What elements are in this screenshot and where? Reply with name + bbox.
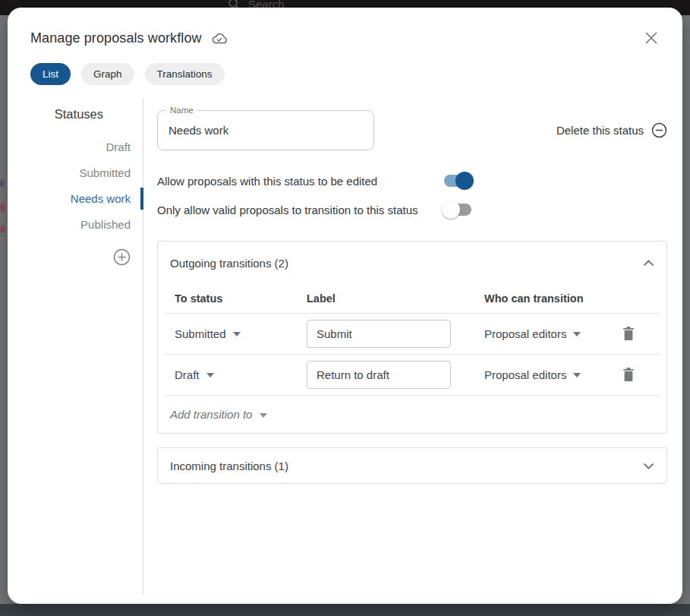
to-status-value: Draft bbox=[175, 368, 200, 381]
sidebar-item-submitted[interactable]: Submitted bbox=[79, 166, 131, 181]
add-transition-row: Add transition to bbox=[158, 396, 666, 433]
caret-down-icon bbox=[573, 373, 581, 377]
incoming-transitions-title: Incoming transitions (1) bbox=[170, 460, 288, 472]
delete-status-button[interactable]: Delete this status bbox=[556, 122, 667, 138]
tab-graph[interactable]: Graph bbox=[81, 63, 134, 85]
chevron-up-icon bbox=[643, 259, 654, 267]
outgoing-transitions-panel: Outgoing transitions (2) To status Label… bbox=[157, 241, 667, 434]
delete-transition-button[interactable] bbox=[621, 366, 636, 384]
status-detail-pane: Name Delete this status Allow proposals … bbox=[143, 99, 682, 595]
add-status-button[interactable] bbox=[113, 248, 131, 266]
dialog-title: Manage proposals workflow bbox=[30, 30, 202, 46]
who-value: Proposal editors bbox=[484, 368, 566, 381]
plus-circle-icon bbox=[113, 248, 131, 266]
transition-row-submitted: Submitted Proposal editors bbox=[158, 314, 666, 354]
view-tabs: List Graph Translations bbox=[30, 63, 682, 85]
toggle-row-valid-only: Only allow valid proposals to transition… bbox=[157, 201, 667, 219]
transitions-table-header: To status Label Who can transition bbox=[158, 284, 666, 313]
caret-down-icon bbox=[573, 332, 581, 336]
tab-list[interactable]: List bbox=[30, 63, 71, 85]
sidebar-item-draft[interactable]: Draft bbox=[106, 140, 131, 155]
manage-workflow-dialog: Manage proposals workflow List Graph Tra… bbox=[8, 8, 682, 604]
name-input[interactable] bbox=[158, 111, 373, 150]
col-label: Label bbox=[307, 292, 484, 305]
outgoing-transitions-header[interactable]: Outgoing transitions (2) bbox=[158, 242, 666, 284]
to-status-dropdown[interactable]: Draft bbox=[175, 368, 214, 381]
close-icon bbox=[644, 31, 658, 45]
background-artifact bbox=[0, 225, 5, 233]
incoming-transitions-panel: Incoming transitions (1) bbox=[157, 447, 667, 484]
sidebar-item-published[interactable]: Published bbox=[80, 217, 131, 232]
incoming-transitions-header[interactable]: Incoming transitions (1) bbox=[158, 448, 666, 483]
add-transition-dropdown[interactable]: Add transition to bbox=[170, 408, 267, 421]
toggle-valid-only-label: Only allow valid proposals to transition… bbox=[157, 204, 444, 216]
toggle-thumb bbox=[455, 172, 474, 190]
caret-down-icon bbox=[260, 413, 267, 418]
toggle-valid-only-switch[interactable] bbox=[444, 204, 471, 216]
toggle-thumb bbox=[442, 201, 460, 219]
dialog-body: Statuses Draft Submitted Needs work Publ… bbox=[8, 99, 682, 595]
col-to-status: To status bbox=[170, 292, 307, 305]
minus-circle-icon bbox=[651, 122, 667, 138]
to-status-dropdown[interactable]: Submitted bbox=[175, 327, 241, 340]
cloud-check-icon bbox=[211, 30, 228, 47]
tab-translations[interactable]: Translations bbox=[145, 63, 225, 85]
transition-label-input[interactable] bbox=[307, 320, 451, 348]
background-bottom-bar bbox=[0, 604, 690, 616]
to-status-value: Submitted bbox=[175, 327, 226, 340]
caret-down-icon bbox=[206, 373, 214, 377]
who-value: Proposal editors bbox=[484, 327, 566, 340]
delete-transition-button[interactable] bbox=[621, 325, 636, 343]
toggle-row-editable: Allow proposals with this status to be e… bbox=[157, 172, 667, 190]
dialog-header: Manage proposals workflow bbox=[8, 8, 682, 47]
background-artifact bbox=[0, 204, 5, 212]
delete-status-label: Delete this status bbox=[556, 124, 644, 137]
caret-down-icon bbox=[233, 332, 241, 336]
toggle-editable-label: Allow proposals with this status to be e… bbox=[157, 175, 444, 188]
add-transition-label: Add transition to bbox=[170, 408, 252, 421]
sidebar-item-needs-work[interactable]: Needs work bbox=[71, 191, 131, 207]
transition-row-draft: Draft Proposal editors bbox=[158, 355, 666, 395]
outgoing-transitions-title: Outgoing transitions (2) bbox=[170, 257, 288, 270]
toggle-editable-switch[interactable] bbox=[444, 175, 471, 187]
name-field-label: Name bbox=[166, 105, 197, 115]
transition-label-input[interactable] bbox=[307, 361, 451, 389]
name-row: Name Delete this status bbox=[157, 110, 667, 150]
chevron-down-icon bbox=[643, 462, 654, 470]
who-can-transition-dropdown[interactable]: Proposal editors bbox=[484, 368, 581, 381]
statuses-sidebar: Statuses Draft Submitted Needs work Publ… bbox=[8, 99, 143, 595]
who-can-transition-dropdown[interactable]: Proposal editors bbox=[484, 327, 581, 340]
name-field: Name bbox=[157, 110, 374, 150]
close-button[interactable] bbox=[643, 30, 660, 46]
col-who: Who can transition bbox=[484, 292, 621, 305]
trash-icon bbox=[622, 368, 635, 382]
status-list: Draft Submitted Needs work Published bbox=[71, 140, 131, 232]
trash-icon bbox=[622, 327, 635, 341]
statuses-heading: Statuses bbox=[55, 107, 103, 122]
background-artifact bbox=[0, 180, 4, 187]
